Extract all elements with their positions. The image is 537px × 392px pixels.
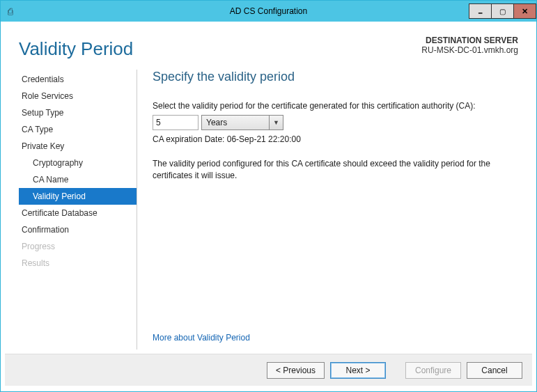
sidebar-item-certificate-database[interactable]: Certificate Database xyxy=(19,205,137,221)
validity-input-row: Years ▼ xyxy=(153,115,514,130)
sidebar-item-role-services[interactable]: Role Services xyxy=(19,88,137,104)
ad-cs-config-window: ⎙ AD CS Configuration Validity Period DE… xyxy=(0,0,537,392)
sidebar-item-ca-type[interactable]: CA Type xyxy=(19,121,137,138)
sidebar-item-ca-name[interactable]: CA Name xyxy=(19,171,137,188)
validity-value-input[interactable] xyxy=(153,115,199,130)
sidebar-item-results: Results xyxy=(19,255,137,272)
sidebar-item-credentials[interactable]: Credentials xyxy=(19,71,137,88)
validity-note: The validity period configured for this … xyxy=(153,158,508,182)
cancel-button[interactable]: Cancel xyxy=(467,362,522,379)
ca-expiration-date: CA expiration Date: 06-Sep-21 22:20:00 xyxy=(153,134,514,144)
system-menu-icon[interactable]: ⎙ xyxy=(1,6,20,17)
wizard-steps-sidebar: Credentials Role Services Setup Type CA … xyxy=(19,70,137,350)
window-controls xyxy=(469,3,536,19)
title-bar[interactable]: ⎙ AD CS Configuration xyxy=(1,1,536,22)
main-heading: Specify the validity period xyxy=(153,70,514,84)
window-title: AD CS Configuration xyxy=(1,6,536,16)
sidebar-item-validity-period[interactable]: Validity Period xyxy=(19,188,137,205)
configure-button: Configure xyxy=(405,362,461,379)
next-button[interactable]: Next > xyxy=(330,362,386,379)
close-button[interactable] xyxy=(513,3,536,19)
destination-server-name: RU-MSK-DC-01.vmkh.org xyxy=(421,45,518,55)
validity-unit-select[interactable]: Years ▼ xyxy=(201,115,283,130)
sidebar-item-progress: Progress xyxy=(19,238,137,255)
destination-server-label: DESTINATION SERVER xyxy=(421,36,518,45)
sidebar-item-cryptography[interactable]: Cryptography xyxy=(19,155,137,171)
validity-unit-text: Years xyxy=(202,116,269,130)
wizard-header: Validity Period DESTINATION SERVER RU-MS… xyxy=(5,26,532,63)
maximize-button[interactable] xyxy=(491,3,514,19)
window-body: Validity Period DESTINATION SERVER RU-MS… xyxy=(1,22,536,391)
wizard-content: Credentials Role Services Setup Type CA … xyxy=(5,63,532,354)
validity-prompt: Select the validity period for the certi… xyxy=(153,101,514,111)
page-title: Validity Period xyxy=(19,38,133,60)
more-about-link[interactable]: More about Validity Period xyxy=(153,333,250,343)
previous-button[interactable]: < Previous xyxy=(267,362,325,379)
wizard-main-pane: Specify the validity period Select the v… xyxy=(137,70,518,350)
chevron-down-icon[interactable]: ▼ xyxy=(269,116,283,130)
destination-server-block: DESTINATION SERVER RU-MSK-DC-01.vmkh.org xyxy=(421,31,518,55)
sidebar-item-private-key[interactable]: Private Key xyxy=(19,138,137,155)
minimize-button[interactable] xyxy=(469,3,492,19)
sidebar-item-setup-type[interactable]: Setup Type xyxy=(19,104,137,121)
sidebar-item-confirmation[interactable]: Confirmation xyxy=(19,221,137,238)
wizard-footer: < Previous Next > Configure Cancel xyxy=(5,354,532,386)
